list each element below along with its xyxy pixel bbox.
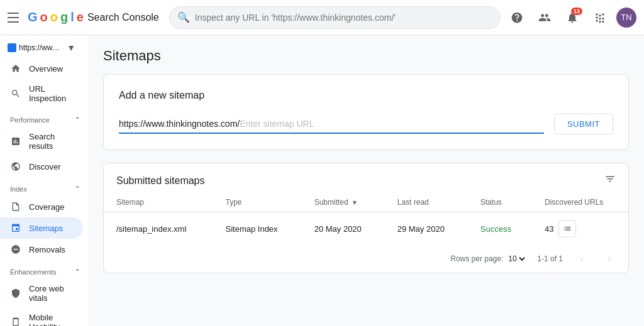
- rows-per-page: Rows per page: 10 25 50: [450, 254, 527, 264]
- site-icon: [8, 43, 16, 52]
- mobile-usability-label: Mobile Usability: [29, 313, 75, 326]
- sidebar-item-url-inspection[interactable]: URL Inspection: [0, 79, 83, 108]
- core-web-vitals-label: Core web vitals: [29, 284, 75, 303]
- search-small-icon: [10, 88, 21, 99]
- overview-label: Overview: [29, 64, 63, 73]
- mobile-icon: [10, 317, 21, 326]
- cell-sitemap: /sitemap_index.xml: [104, 212, 213, 246]
- col-last-read: Last read: [385, 193, 468, 212]
- home-icon: [10, 63, 21, 74]
- url-inspection-label: URL Inspection: [29, 84, 75, 103]
- layout: https://www.thinkingnotes.co... ▼ Overvi…: [0, 35, 644, 326]
- next-page-button[interactable]: ›: [601, 250, 618, 268]
- sidebar-item-search-results[interactable]: Search results: [0, 127, 83, 156]
- discovered-count: 43: [545, 224, 553, 234]
- status-badge: Success: [480, 224, 511, 234]
- sidebar-item-overview[interactable]: Overview: [0, 58, 83, 79]
- core-web-vitals-icon: [10, 288, 21, 299]
- filter-icon[interactable]: [604, 173, 616, 188]
- add-sitemap-card: Add a new sitemap https://www.thinkingno…: [103, 74, 629, 150]
- index-label: Index: [10, 185, 27, 193]
- submitted-sitemaps-title: Submitted sitemaps: [116, 175, 205, 187]
- table-footer: Rows per page: 10 25 50 1-1 of 1 ‹ ›: [104, 245, 628, 273]
- add-sitemap-title: Add a new sitemap: [119, 90, 613, 101]
- sitemap-url-input[interactable]: [240, 115, 544, 134]
- col-submitted[interactable]: Submitted ▼: [302, 193, 385, 212]
- col-sitemap: Sitemap: [104, 193, 213, 212]
- site-selector[interactable]: https://www.thinkingnotes.co... ▼: [0, 38, 83, 58]
- table-header: Submitted sitemaps: [104, 163, 628, 193]
- prev-page-button[interactable]: ‹: [573, 250, 591, 268]
- discover-label: Discover: [29, 162, 61, 171]
- performance-section-header[interactable]: Performance ⌃: [0, 108, 88, 127]
- logo: Google Search Console: [28, 10, 159, 24]
- sitemap-input-row: https://www.thinkingnotes.com/ SUBMIT: [119, 114, 613, 134]
- main-content: Sitemaps Add a new sitemap https://www.t…: [88, 35, 644, 326]
- sidebar-item-core-web-vitals[interactable]: Core web vitals: [0, 279, 83, 308]
- avatar[interactable]: TN: [616, 8, 636, 28]
- cell-submitted: 20 May 2020: [302, 212, 385, 246]
- site-name: https://www.thinkingnotes.co...: [19, 43, 64, 52]
- col-type: Type: [213, 193, 301, 212]
- chart-icon: [10, 136, 21, 147]
- apps-button[interactable]: [589, 6, 611, 29]
- notifications-button[interactable]: 13: [561, 6, 584, 29]
- sidebar-item-mobile-usability[interactable]: Mobile Usability: [0, 308, 83, 326]
- index-chevron-icon: ⌃: [74, 185, 80, 193]
- url-prefix: https://www.thinkingnotes.com/: [119, 115, 240, 134]
- sidebar-item-removals[interactable]: Removals: [0, 239, 83, 260]
- sidebar-item-discover[interactable]: Discover: [0, 156, 83, 177]
- coverage-icon: [10, 201, 21, 212]
- search-results-label: Search results: [29, 132, 75, 151]
- cell-last-read: 29 May 2020: [385, 212, 468, 246]
- cell-type: Sitemap Index: [213, 212, 301, 246]
- index-section-header[interactable]: Index ⌃: [0, 177, 88, 196]
- enhancements-section-header[interactable]: Enhancements ⌃: [0, 260, 88, 279]
- content-area: Add a new sitemap https://www.thinkingno…: [88, 74, 644, 288]
- user-icon[interactable]: [533, 6, 556, 29]
- topbar: Google Search Console 🔍 13 TN: [0, 0, 644, 35]
- removals-label: Removals: [29, 245, 65, 254]
- submit-button[interactable]: SUBMIT: [554, 114, 613, 134]
- col-status: Status: [468, 193, 532, 212]
- removals-icon: [10, 244, 21, 255]
- performance-chevron-icon: ⌃: [74, 116, 80, 124]
- performance-label: Performance: [10, 116, 50, 124]
- view-discovered-button[interactable]: [558, 220, 576, 237]
- search-icon: 🔍: [177, 11, 190, 23]
- notification-badge: 13: [571, 8, 582, 15]
- page-title: Sitemaps: [88, 35, 644, 74]
- topbar-right: 13 TN: [506, 6, 636, 29]
- menu-icon[interactable]: [8, 10, 23, 25]
- cell-discovered-urls: 43: [532, 212, 628, 245]
- sitemaps-icon: [10, 222, 21, 234]
- help-button[interactable]: [506, 6, 528, 29]
- rows-per-page-select[interactable]: 10 25 50: [506, 254, 527, 264]
- sidebar-scroll: https://www.thinkingnotes.co... ▼ Overvi…: [0, 38, 88, 326]
- pagination-info: 1-1 of 1: [537, 254, 563, 263]
- discover-icon: [10, 161, 21, 172]
- sidebar: https://www.thinkingnotes.co... ▼ Overvi…: [0, 35, 88, 326]
- cell-status: Success: [468, 212, 532, 246]
- enhancements-label: Enhancements: [10, 268, 56, 276]
- dropdown-arrow-icon: ▼: [67, 43, 75, 53]
- col-discovered-urls: Discovered URLs: [532, 193, 628, 212]
- search-input[interactable]: [195, 13, 492, 23]
- sort-arrow-icon: ▼: [352, 199, 358, 206]
- submitted-sitemaps-card: Submitted sitemaps Sitemap Type Submitte…: [103, 163, 629, 273]
- search-bar[interactable]: 🔍: [169, 6, 501, 29]
- coverage-label: Coverage: [29, 202, 64, 212]
- app-name: Search Console: [87, 12, 159, 23]
- enhancements-chevron-icon: ⌃: [74, 268, 80, 276]
- sitemaps-table: Sitemap Type Submitted ▼ Last read Statu…: [104, 193, 628, 245]
- table-row: /sitemap_index.xml Sitemap Index 20 May …: [104, 212, 628, 246]
- sidebar-item-coverage[interactable]: Coverage: [0, 196, 83, 217]
- sitemaps-label: Sitemaps: [29, 224, 63, 233]
- sidebar-item-sitemaps[interactable]: Sitemaps: [0, 217, 83, 239]
- rows-per-page-label: Rows per page:: [450, 254, 503, 263]
